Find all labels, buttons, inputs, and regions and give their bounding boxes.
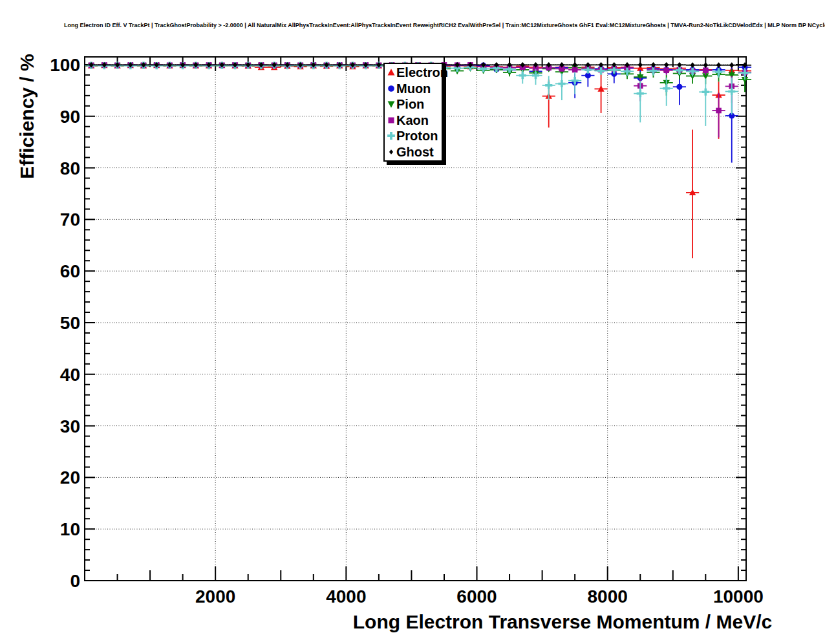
axis-text: 100 bbox=[50, 55, 80, 75]
legend-entry-kaon: Kaon bbox=[387, 113, 442, 128]
axis-text: Efficiency / % bbox=[16, 54, 38, 178]
electron-triangle-icon bbox=[387, 68, 396, 77]
axis-text: 6000 bbox=[456, 586, 497, 606]
axis-text: 30 bbox=[60, 416, 80, 436]
data-point-marker bbox=[545, 81, 552, 89]
axis-text: 80 bbox=[60, 158, 80, 178]
data-point-marker bbox=[716, 108, 722, 114]
proton-cross-icon bbox=[387, 131, 396, 140]
legend-label: Kaon bbox=[396, 113, 429, 128]
legend: Electron Muon Pion Kaon Proton Ghost bbox=[383, 63, 443, 162]
muon-circle-icon bbox=[387, 84, 396, 93]
data-point-marker bbox=[691, 62, 695, 68]
axis-text: 10000 bbox=[713, 586, 764, 606]
data-point-marker bbox=[702, 89, 709, 96]
legend-entry-pion: Pion bbox=[387, 96, 442, 112]
legend-label: Muon bbox=[396, 81, 431, 96]
triangle-down-icon bbox=[388, 102, 395, 108]
axis-text: 90 bbox=[60, 107, 80, 127]
data-point-marker bbox=[638, 62, 643, 68]
legend-label: Proton bbox=[396, 128, 438, 144]
data-point-marker bbox=[664, 62, 669, 68]
legend-entry-proton: Proton bbox=[387, 128, 442, 144]
legend-entry-muon: Muon bbox=[387, 81, 442, 96]
diamond-icon bbox=[389, 149, 393, 154]
axis-text: 20 bbox=[60, 467, 80, 488]
cross-icon bbox=[387, 132, 395, 140]
legend-entry-electron: Electron bbox=[387, 65, 442, 80]
square-icon bbox=[388, 117, 394, 123]
kaon-square-icon bbox=[387, 116, 396, 125]
axis-text: 2000 bbox=[195, 586, 235, 606]
axis-text: 40 bbox=[60, 365, 80, 385]
data-point-marker bbox=[637, 90, 644, 97]
ghost-diamond-icon bbox=[387, 147, 396, 156]
data-point-marker bbox=[703, 62, 708, 68]
axis-text: 50 bbox=[60, 313, 80, 333]
legend-entry-ghost: Ghost bbox=[387, 144, 442, 160]
root-canvas: Long Electron ID Eff. V TrackPt | TrackG… bbox=[0, 0, 825, 644]
data-point-marker bbox=[676, 84, 682, 90]
data-point-marker bbox=[716, 62, 721, 68]
axis-text: 0 bbox=[70, 571, 80, 591]
circle-icon bbox=[388, 85, 394, 92]
data-point-marker bbox=[572, 67, 578, 73]
axis-text: Long Electron Transverse Momentum / MeV/… bbox=[353, 611, 773, 632]
data-point-marker bbox=[729, 62, 734, 68]
axis-text: 4000 bbox=[326, 586, 366, 606]
axis-text: 8000 bbox=[588, 586, 628, 606]
data-point-marker bbox=[677, 62, 681, 68]
data-point-marker bbox=[703, 67, 709, 73]
data-point-marker bbox=[558, 80, 565, 87]
axis-text: 70 bbox=[60, 209, 80, 230]
triangle-up-icon bbox=[388, 69, 395, 76]
axis-text: 10 bbox=[60, 519, 80, 539]
legend-label: Electron bbox=[396, 65, 448, 80]
data-point-marker bbox=[519, 72, 526, 79]
data-point-marker bbox=[663, 85, 670, 92]
legend-label: Ghost bbox=[396, 144, 434, 160]
data-point-marker bbox=[663, 67, 669, 73]
pion-triangle-down-icon bbox=[387, 100, 396, 109]
axis-text: 60 bbox=[60, 261, 80, 281]
legend-label: Pion bbox=[396, 96, 424, 112]
